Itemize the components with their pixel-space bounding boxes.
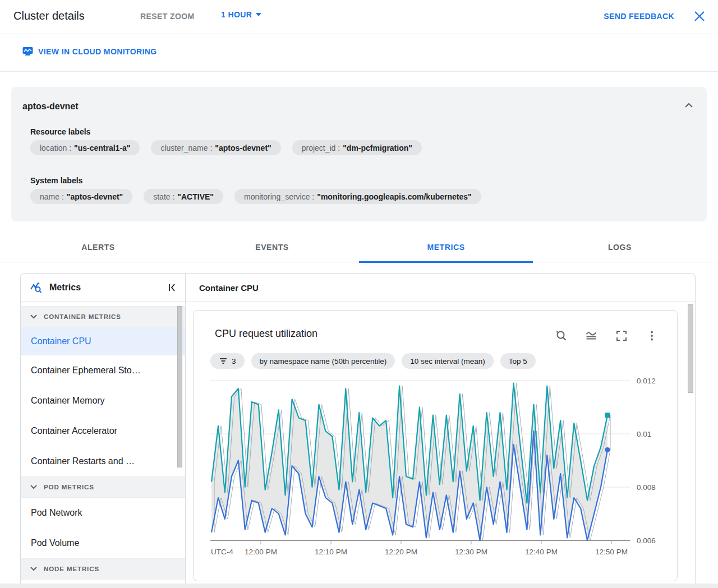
system-labels-row: name : "aptos-devnet" state : "ACTIVE" m… [30, 189, 481, 204]
label-key: location : [40, 143, 71, 152]
svg-text:12:30 PM: 12:30 PM [455, 548, 487, 556]
fullscreen-button[interactable] [615, 329, 628, 342]
section-container-metrics[interactable]: CONTAINER METRICS [21, 306, 185, 327]
resource-labels-row: location : "us-central1-a" cluster_name … [30, 140, 422, 155]
cpu-utilization-plot[interactable]: UTC-412:00 PM12:10 PM12:20 PM12:30 PM12:… [210, 371, 676, 567]
metrics-panel: Metrics CONTAINER METRICS Container CPU … [20, 273, 696, 588]
monitoring-link-label: VIEW IN CLOUD MONITORING [38, 47, 157, 56]
zoom-reset-icon [554, 329, 568, 342]
monitoring-icon [22, 47, 33, 56]
label-value: "aptos-devnet" [67, 192, 123, 201]
fullscreen-icon [615, 329, 628, 342]
label-key: state : [153, 192, 174, 201]
filter-list-icon [219, 356, 228, 365]
more-vert-icon [645, 329, 659, 342]
label-value: "aptos-devnet" [215, 143, 271, 152]
card-collapse-button[interactable] [682, 99, 696, 113]
metrics-main: Container CPU CPU request utilization [186, 274, 695, 588]
label-chip-project-id: project_id : "dm-pcfmigration" [292, 140, 422, 155]
chevron-down-icon [30, 485, 37, 489]
page-title: Cluster details [13, 10, 85, 22]
svg-text:12:10 PM: 12:10 PM [315, 548, 347, 556]
label-chip-cluster-name: cluster_name : "aptos-devnet" [151, 140, 280, 155]
tab-events[interactable]: EVENTS [185, 232, 359, 262]
main-header: Container CPU [186, 274, 695, 302]
sidebar-item-container-restarts[interactable]: Container Restarts and … [21, 446, 185, 476]
tab-logs[interactable]: LOGS [533, 232, 707, 262]
label-key: name : [40, 192, 64, 201]
label-key: project_id : [302, 143, 340, 152]
tab-bar: ALERTS EVENTS METRICS LOGS [11, 232, 707, 262]
dropdown-caret-icon [256, 13, 261, 16]
send-feedback-button[interactable]: SEND FEEDBACK [604, 12, 674, 21]
monitoring-link-row: VIEW IN CLOUD MONITORING [0, 34, 718, 72]
top-bar: Cluster details RESET ZOOM 1 HOUR SEND F… [0, 0, 718, 34]
chart-options-button[interactable] [584, 329, 598, 342]
section-pod-metrics[interactable]: POD METRICS [21, 476, 185, 498]
section-label: POD METRICS [44, 484, 94, 490]
chevron-down-icon [30, 314, 37, 319]
svg-text:12:40 PM: 12:40 PM [525, 548, 558, 556]
resource-labels-title: Resource labels [30, 127, 90, 136]
zoom-reset-button[interactable] [554, 329, 568, 342]
sidebar-item-container-cpu[interactable]: Container CPU [21, 327, 185, 355]
metrics-sidebar: Metrics CONTAINER METRICS Container CPU … [21, 274, 186, 588]
close-icon [693, 10, 706, 22]
cpu-utilization-chart-card: CPU request utilization [193, 310, 678, 581]
filter-count-chip[interactable]: 3 [210, 353, 245, 369]
chart-title: CPU request utilization [215, 328, 317, 340]
sidebar-item-container-ephemeral-storage[interactable]: Container Ephemeral Sto… [21, 355, 185, 386]
cluster-name: aptos-devnet [22, 101, 79, 112]
label-chip-name: name : "aptos-devnet" [30, 189, 132, 204]
label-value: "monitoring.googleapis.com/kubernetes" [317, 192, 471, 201]
main-scrollbar[interactable] [688, 304, 693, 393]
chart-options-icon [584, 329, 598, 342]
tab-metrics[interactable]: METRICS [359, 232, 533, 262]
close-button[interactable] [692, 10, 707, 24]
system-labels-title: System labels [30, 176, 82, 185]
top5-chip[interactable]: Top 5 [500, 353, 536, 369]
svg-text:UTC-4: UTC-4 [211, 548, 233, 556]
sidebar-item-container-accelerator[interactable]: Container Accelerator [21, 416, 185, 446]
bottom-edge [0, 584, 718, 588]
label-chip-monitoring-service: monitoring_service : "monitoring.googlea… [234, 189, 481, 204]
svg-text:12:20 PM: 12:20 PM [385, 548, 417, 556]
svg-text:0.008: 0.008 [637, 483, 656, 492]
sidebar-item-pod-network[interactable]: Pod Network [21, 498, 185, 528]
label-chip-state: state : "ACTIVE" [144, 189, 223, 204]
view-in-cloud-monitoring-link[interactable]: VIEW IN CLOUD MONITORING [22, 47, 157, 56]
sidebar-header: Metrics [21, 274, 185, 302]
label-value: "ACTIVE" [177, 192, 214, 201]
main-panel-title: Container CPU [199, 283, 259, 293]
time-range-label: 1 HOUR [221, 10, 252, 19]
section-node-metrics[interactable]: NODE METRICS [21, 558, 185, 580]
sidebar-item-pod-volume[interactable]: Pod Volume [21, 528, 185, 558]
tab-alerts[interactable]: ALERTS [11, 232, 185, 262]
chevron-up-icon [683, 99, 695, 112]
label-key: monitoring_service : [244, 192, 314, 201]
chip-label: 3 [232, 357, 236, 365]
svg-text:0.006: 0.006 [637, 536, 656, 545]
interval-chip[interactable]: 10 sec interval (mean) [402, 353, 494, 369]
svg-text:12:50 PM: 12:50 PM [595, 548, 628, 556]
collapse-panel-icon [167, 282, 178, 293]
reset-zoom-button[interactable]: RESET ZOOM [140, 12, 195, 21]
label-key: cluster_name : [160, 143, 212, 152]
svg-text:0.01: 0.01 [637, 430, 651, 438]
sidebar-list: CONTAINER METRICS Container CPU Containe… [21, 302, 185, 588]
line-chart: UTC-412:00 PM12:10 PM12:20 PM12:30 PM12:… [210, 371, 676, 564]
label-value: "dm-pcfmigration" [343, 143, 412, 152]
chart-toolbar [554, 329, 659, 342]
label-chip-location: location : "us-central1-a" [30, 140, 140, 155]
sidebar-item-container-memory[interactable]: Container Memory [21, 386, 185, 416]
cluster-details-card: aptos-devnet Resource labels location : … [11, 87, 707, 221]
section-label: NODE METRICS [44, 566, 99, 572]
metrics-explorer-icon [29, 281, 43, 294]
more-options-button[interactable] [645, 329, 659, 342]
sidebar-scrollbar[interactable] [177, 306, 182, 467]
sidebar-title: Metrics [49, 283, 81, 293]
time-range-dropdown[interactable]: 1 HOUR [221, 10, 261, 19]
collapse-sidebar-button[interactable] [165, 281, 180, 295]
groupby-chip[interactable]: by namespace name (50th percentile) [251, 353, 395, 369]
svg-text:12:00 PM: 12:00 PM [245, 548, 277, 556]
